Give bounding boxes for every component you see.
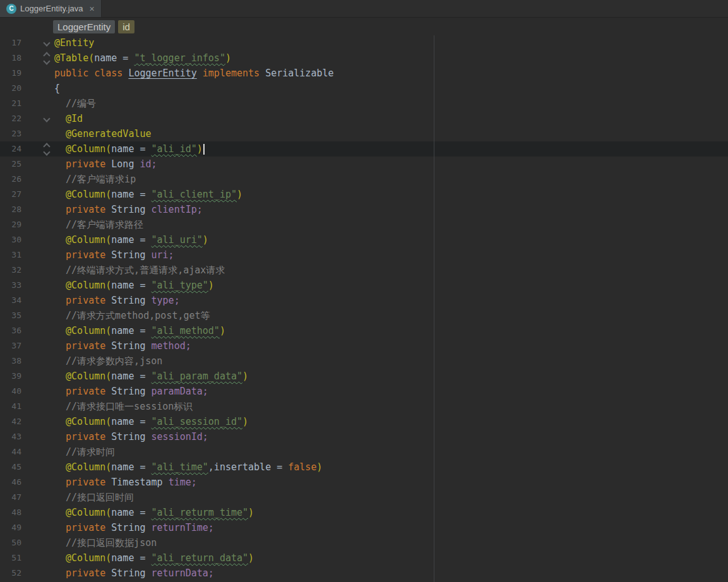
- tab-loggerentity-java[interactable]: C LoggerEntity.java ×: [0, 0, 102, 17]
- code-line[interactable]: 28 private String clientIp;: [0, 202, 728, 217]
- code-line[interactable]: 49 private String returnTime;: [0, 520, 728, 535]
- code-line[interactable]: 26 //客户端请求ip: [0, 172, 728, 187]
- code-line[interactable]: 43 private String sessionId;: [0, 429, 728, 444]
- line-number[interactable]: 28: [0, 202, 21, 217]
- breadcrumb-class[interactable]: LoggerEntity: [53, 20, 115, 33]
- fold-gutter: [21, 232, 54, 247]
- code-line[interactable]: 34 private String type;: [0, 293, 728, 308]
- code-line[interactable]: 52 private String returnData;: [0, 566, 728, 581]
- code-line[interactable]: 39 @Column(name = "ali_param_data"): [0, 369, 728, 384]
- line-number[interactable]: 25: [0, 157, 21, 172]
- code-line[interactable]: 41 //请求接口唯一session标识: [0, 399, 728, 414]
- code-line[interactable]: 24 @Column(name = "ali_id"): [0, 141, 728, 157]
- token-ann: ): [316, 461, 322, 473]
- code-editor[interactable]: 17@Entity18@Table(name = "t_logger_infos…: [0, 35, 728, 582]
- code-line[interactable]: 42 @Column(name = "ali_session_id"): [0, 414, 728, 429]
- code-line[interactable]: 18@Table(name = "t_logger_infos"): [0, 50, 728, 66]
- code-text: private String sessionId;: [54, 429, 208, 444]
- line-number[interactable]: 18: [0, 50, 21, 66]
- code-text: public class LoggerEntity implements Ser…: [54, 66, 334, 81]
- line-number[interactable]: 48: [0, 505, 21, 520]
- breadcrumb-bar: LoggerEntity id: [0, 18, 728, 35]
- line-number[interactable]: 50: [0, 535, 21, 550]
- code-area[interactable]: 17@Entity18@Table(name = "t_logger_infos…: [0, 35, 728, 581]
- token-field: paramData;: [152, 386, 208, 397]
- code-line[interactable]: 32 //终端请求方式,普通请求,ajax请求: [0, 263, 728, 278]
- code-line[interactable]: 27 @Column(name = "ali_client_ip"): [0, 187, 728, 202]
- code-line[interactable]: 40 private String paramData;: [0, 384, 728, 399]
- code-text: private String returnTime;: [54, 520, 214, 535]
- line-number[interactable]: 27: [0, 187, 21, 202]
- fold-gutter: [21, 308, 54, 323]
- line-number[interactable]: 34: [0, 293, 21, 308]
- line-number[interactable]: 31: [0, 247, 21, 263]
- code-line[interactable]: 23 @GeneratedValue: [0, 126, 728, 141]
- code-line[interactable]: 50 //接口返回数据json: [0, 535, 728, 550]
- code-line[interactable]: 36 @Column(name = "ali_method"): [0, 323, 728, 338]
- code-line[interactable]: 48 @Column(name = "ali_returm_time"): [0, 505, 728, 520]
- fold-gutter: [21, 278, 54, 293]
- line-number[interactable]: 38: [0, 353, 21, 369]
- line-number[interactable]: 41: [0, 399, 21, 414]
- code-line[interactable]: 35 //请求方式method,post,get等: [0, 308, 728, 323]
- line-number[interactable]: 22: [0, 111, 21, 126]
- fold-range-icon[interactable]: [44, 53, 49, 64]
- fold-gutter: [21, 126, 54, 141]
- line-number[interactable]: 36: [0, 323, 21, 338]
- line-number[interactable]: 23: [0, 126, 21, 141]
- code-line[interactable]: 19public class LoggerEntity implements S…: [0, 66, 728, 81]
- code-line[interactable]: 22 @Id: [0, 111, 728, 126]
- token-str: "ali_session_id": [152, 416, 243, 427]
- code-line[interactable]: 17@Entity: [0, 35, 728, 50]
- code-text: private String clientIp;: [54, 202, 203, 217]
- line-number[interactable]: 43: [0, 429, 21, 444]
- line-number[interactable]: 33: [0, 278, 21, 293]
- code-line[interactable]: 21 //编号: [0, 96, 728, 111]
- code-line[interactable]: 47 //接口返回时间: [0, 490, 728, 505]
- line-number[interactable]: 47: [0, 490, 21, 505]
- code-line[interactable]: 31 private String uri;: [0, 247, 728, 263]
- line-number[interactable]: 35: [0, 308, 21, 323]
- code-text: @Column(name = "ali_return_data"): [54, 550, 254, 566]
- code-line[interactable]: 29 //客户端请求路径: [0, 217, 728, 232]
- code-line[interactable]: 38 //请求参数内容,json: [0, 353, 728, 369]
- code-line[interactable]: 20{: [0, 81, 728, 96]
- line-number[interactable]: 29: [0, 217, 21, 232]
- code-line[interactable]: 33 @Column(name = "ali_type"): [0, 278, 728, 293]
- code-line[interactable]: 37 private String method;: [0, 338, 728, 353]
- code-line[interactable]: 46 private Timestamp time;: [0, 475, 728, 490]
- line-number[interactable]: 24: [0, 141, 21, 157]
- code-line[interactable]: 51 @Column(name = "ali_return_data"): [0, 550, 728, 566]
- fold-gutter: [21, 384, 54, 399]
- line-number[interactable]: 49: [0, 520, 21, 535]
- token-cmt: //接口返回数据json: [66, 537, 157, 549]
- line-number[interactable]: 32: [0, 263, 21, 278]
- fold-expand-icon[interactable]: [44, 40, 49, 45]
- line-number[interactable]: 39: [0, 369, 21, 384]
- code-text: //请求时间: [54, 444, 115, 460]
- line-number[interactable]: 17: [0, 35, 21, 50]
- fold-range-icon[interactable]: [44, 144, 49, 155]
- line-number[interactable]: 20: [0, 81, 21, 96]
- line-number[interactable]: 46: [0, 475, 21, 490]
- code-line[interactable]: 25 private Long id;: [0, 157, 728, 172]
- line-number[interactable]: 52: [0, 566, 21, 581]
- line-number[interactable]: 21: [0, 96, 21, 111]
- line-number[interactable]: 37: [0, 338, 21, 353]
- fold-expand-icon[interactable]: [44, 116, 49, 121]
- code-line[interactable]: 30 @Column(name = "ali_uri"): [0, 232, 728, 247]
- line-number[interactable]: 51: [0, 550, 21, 566]
- code-line[interactable]: 44 //请求时间: [0, 444, 728, 460]
- line-number[interactable]: 40: [0, 384, 21, 399]
- breadcrumb-member[interactable]: id: [118, 20, 134, 33]
- code-text: //终端请求方式,普通请求,ajax请求: [54, 263, 225, 278]
- line-number[interactable]: 30: [0, 232, 21, 247]
- line-number[interactable]: 44: [0, 444, 21, 460]
- tab-close-icon[interactable]: ×: [90, 4, 95, 14]
- token-cmt: //请求接口唯一session标识: [66, 401, 193, 412]
- line-number[interactable]: 26: [0, 172, 21, 187]
- line-number[interactable]: 19: [0, 66, 21, 81]
- line-number[interactable]: 45: [0, 460, 21, 475]
- line-number[interactable]: 42: [0, 414, 21, 429]
- code-line[interactable]: 45 @Column(name = "ali_time",insertable …: [0, 460, 728, 475]
